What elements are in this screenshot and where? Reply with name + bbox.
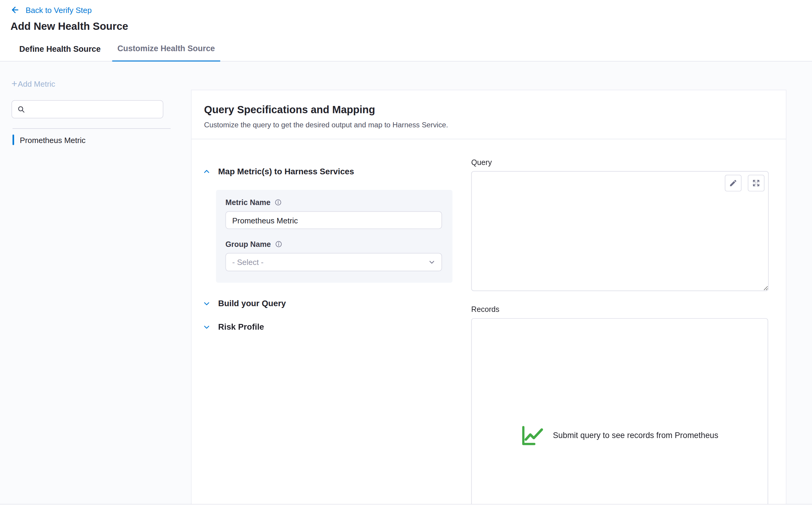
query-label: Query: [471, 158, 769, 167]
back-link-label: Back to Verify Step: [26, 5, 92, 14]
group-name-info-icon[interactable]: [275, 241, 282, 248]
chart-icon: [521, 424, 545, 447]
mapping-column: Map Metric(s) to Harness Services Metric…: [203, 140, 454, 510]
add-metric-label: Add Metric: [18, 79, 55, 88]
metric-list-item-prometheus[interactable]: Prometheus Metric: [13, 133, 191, 147]
query-editor-wrap: [471, 171, 769, 291]
group-name-select-value: - Select -: [232, 258, 264, 266]
chevron-up-icon: [203, 168, 210, 175]
expand-icon: [752, 179, 760, 187]
group-name-label-row: Group Name: [225, 240, 443, 248]
card-subtitle: Customize the query to get the desired o…: [204, 120, 773, 129]
metric-name-input[interactable]: [225, 211, 442, 229]
card-title: Query Specifications and Mapping: [204, 104, 773, 116]
records-label: Records: [471, 305, 769, 314]
section-risk-profile-label: Risk Profile: [218, 323, 264, 332]
tab-define-health-source[interactable]: Define Health Source: [18, 36, 102, 61]
section-build-query-label: Build your Query: [218, 299, 286, 308]
page: Back to Verify Step Add New Health Sourc…: [0, 0, 812, 510]
section-risk-profile[interactable]: Risk Profile: [203, 322, 454, 332]
search-input[interactable]: [29, 104, 157, 114]
sidebar-divider: [13, 128, 171, 129]
plus-icon: +: [11, 80, 17, 88]
bottom-edge-divider: [0, 504, 812, 510]
section-build-query[interactable]: Build your Query: [203, 298, 454, 309]
chevron-down-icon: [428, 259, 435, 266]
expand-query-button[interactable]: [748, 175, 764, 191]
edit-query-button[interactable]: [725, 175, 742, 191]
metric-name-label: Metric Name: [225, 198, 270, 207]
metric-item-label: Prometheus Metric: [20, 136, 86, 144]
metric-name-label-row: Metric Name: [225, 198, 443, 207]
metric-search-box[interactable]: [11, 100, 163, 119]
query-column: Query: [471, 140, 769, 510]
metric-mapping-panel: Metric Name Group Name: [216, 190, 453, 283]
page-title: Add New Health Source: [10, 21, 812, 32]
metrics-sidebar: + Add Metric Prometheus Metric: [0, 61, 191, 505]
add-metric-button[interactable]: + Add Metric: [11, 79, 55, 88]
query-textarea[interactable]: [471, 171, 769, 291]
card-header: Query Specifications and Mapping Customi…: [192, 90, 786, 140]
arrow-left-icon: [10, 5, 20, 14]
metric-name-info-icon[interactable]: [275, 199, 282, 206]
tab-customize-health-source[interactable]: Customize Health Source: [112, 36, 220, 61]
records-empty-message: Submit query to see records from Prometh…: [553, 431, 718, 440]
group-name-label: Group Name: [225, 240, 271, 248]
section-map-metrics[interactable]: Map Metric(s) to Harness Services: [203, 167, 454, 177]
chevron-down-icon: [203, 323, 210, 331]
group-name-select[interactable]: - Select -: [225, 253, 442, 271]
tab-bar: Define Health Source Customize Health So…: [0, 36, 812, 61]
card-body: Map Metric(s) to Harness Services Metric…: [192, 140, 786, 510]
query-actions: [725, 175, 765, 191]
records-panel: Submit query to see records from Prometh…: [471, 318, 768, 510]
back-link[interactable]: Back to Verify Step: [10, 5, 92, 14]
section-map-metrics-label: Map Metric(s) to Harness Services: [218, 167, 354, 176]
search-icon: [17, 106, 25, 113]
selected-indicator-bar: [13, 134, 14, 145]
query-specifications-card: Query Specifications and Mapping Customi…: [191, 90, 786, 510]
pencil-icon: [729, 179, 737, 187]
page-header: Back to Verify Step Add New Health Sourc…: [0, 0, 812, 36]
chevron-down-icon: [203, 300, 210, 307]
content-area: + Add Metric Prometheus Metric Query Spe…: [0, 61, 812, 505]
